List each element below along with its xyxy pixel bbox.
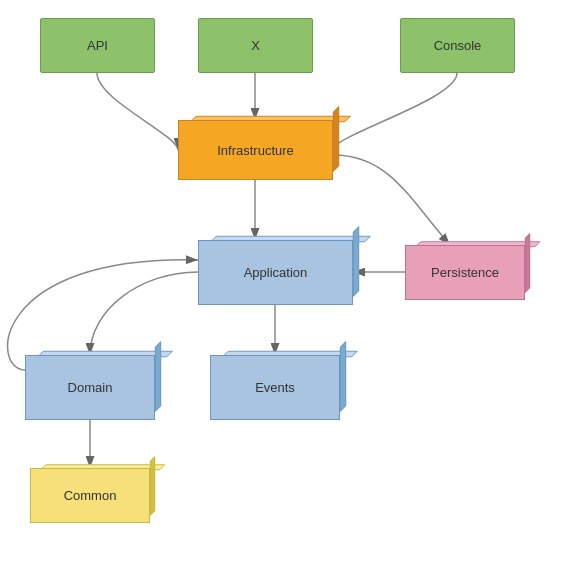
domain-label: Domain	[68, 380, 113, 395]
persistence-label: Persistence	[431, 265, 499, 280]
application-box: Application	[198, 240, 353, 305]
application-label: Application	[244, 265, 308, 280]
api-label: API	[87, 38, 108, 53]
persistence-box: Persistence	[405, 245, 525, 300]
infrastructure-box: Infrastructure	[178, 120, 333, 180]
infrastructure-label: Infrastructure	[217, 143, 294, 158]
console-label: Console	[434, 38, 482, 53]
x-box: X	[198, 18, 313, 73]
x-label: X	[251, 38, 260, 53]
events-label: Events	[255, 380, 295, 395]
common-label: Common	[64, 488, 117, 503]
console-box: Console	[400, 18, 515, 73]
diagram-container: API X Console Infrastructure Application…	[0, 0, 561, 562]
api-box: API	[40, 18, 155, 73]
domain-box: Domain	[25, 355, 155, 420]
common-box: Common	[30, 468, 150, 523]
events-box: Events	[210, 355, 340, 420]
